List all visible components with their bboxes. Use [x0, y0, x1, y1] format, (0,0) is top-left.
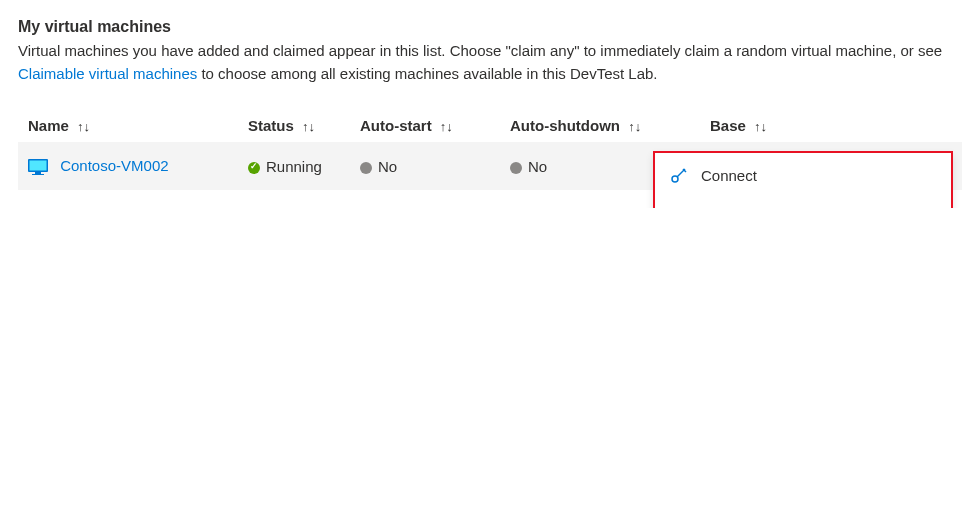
description-text-post: to choose among all existing machines av… — [197, 65, 657, 82]
svg-rect-3 — [32, 174, 44, 175]
sort-icon: ↑↓ — [628, 119, 641, 134]
column-header-autostart-label: Auto-start — [360, 117, 432, 134]
status-text: Running — [266, 158, 322, 175]
sort-icon: ↑↓ — [440, 119, 453, 134]
sort-icon: ↑↓ — [77, 119, 90, 134]
connect-icon — [669, 165, 689, 185]
context-menu: Connect Restart Stop — [653, 151, 953, 208]
column-header-status-label: Status — [248, 117, 294, 134]
autostart-text: No — [378, 158, 397, 175]
vm-icon — [28, 159, 48, 175]
status-running-icon — [248, 162, 260, 174]
vm-table-container: Name ↑↓ Status ↑↓ Auto-start ↑↓ Auto-shu… — [18, 109, 962, 190]
column-header-autoshutdown[interactable]: Auto-shutdown ↑↓ — [510, 117, 710, 134]
status-grey-icon — [360, 162, 372, 174]
table-header-row: Name ↑↓ Status ↑↓ Auto-start ↑↓ Auto-shu… — [18, 109, 962, 142]
section-title: My virtual machines — [18, 18, 962, 36]
svg-rect-2 — [35, 172, 41, 174]
column-header-base[interactable]: Base ↑↓ — [710, 117, 830, 134]
claimable-vms-link[interactable]: Claimable virtual machines — [18, 65, 197, 82]
column-header-name-label: Name — [28, 117, 69, 134]
column-header-status[interactable]: Status ↑↓ — [248, 117, 360, 134]
vm-name-link[interactable]: Contoso-VM002 — [60, 157, 168, 174]
column-header-base-label: Base — [710, 117, 746, 134]
status-grey-icon — [510, 162, 522, 174]
cell-autostart: No — [360, 158, 510, 175]
svg-rect-1 — [30, 161, 47, 171]
menu-item-connect-label: Connect — [701, 167, 757, 184]
sort-icon: ↑↓ — [302, 119, 315, 134]
menu-item-restart[interactable]: Restart — [655, 197, 951, 208]
sort-icon: ↑↓ — [754, 119, 767, 134]
autoshutdown-text: No — [528, 158, 547, 175]
cell-name: Contoso-VM002 — [28, 157, 248, 175]
description-text-pre: Virtual machines you have added and clai… — [18, 42, 942, 59]
section-description: Virtual machines you have added and clai… — [18, 40, 958, 85]
cell-status: Running — [248, 158, 360, 175]
menu-item-connect[interactable]: Connect — [655, 153, 951, 197]
column-header-autoshutdown-label: Auto-shutdown — [510, 117, 620, 134]
column-header-name[interactable]: Name ↑↓ — [28, 117, 248, 134]
column-header-autostart[interactable]: Auto-start ↑↓ — [360, 117, 510, 134]
